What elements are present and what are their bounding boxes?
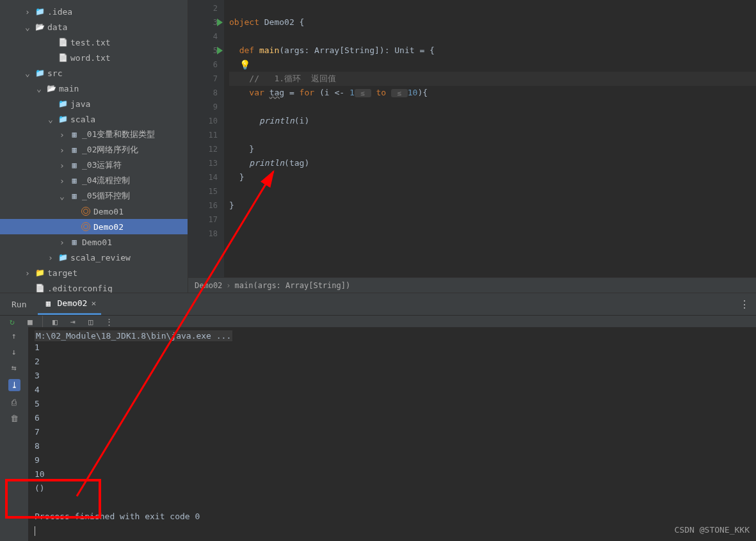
rerun-icon[interactable]: ↻ <box>6 317 18 327</box>
line-number[interactable]: 15 <box>188 184 224 198</box>
scroll-to-end-icon[interactable]: ⤓ <box>8 379 20 391</box>
line-number[interactable]: 10 <box>188 114 224 128</box>
tree-node[interactable]: ›▦Demo01 <box>0 234 188 250</box>
console-output[interactable]: M:\02_Module\18_JDK1.8\bin\java.exe ... … <box>28 327 756 541</box>
chevron-icon[interactable]: › <box>58 145 67 155</box>
breadcrumb[interactable]: Demo02 › main(args: Array[String]) <box>188 277 756 293</box>
code-line: } <box>229 170 756 184</box>
output-line: 6 <box>35 411 750 425</box>
tree-node-label: .idea <box>47 7 72 17</box>
tree-node[interactable]: ›target <box>0 265 188 280</box>
line-number[interactable]: 13 <box>188 156 224 170</box>
code-line <box>229 128 756 142</box>
line-number[interactable]: 3 <box>188 15 224 29</box>
chevron-icon[interactable]: ⌄ <box>35 84 44 93</box>
capture-icon[interactable]: ◧ <box>49 317 61 327</box>
code-line <box>229 1 756 15</box>
trash-icon[interactable]: 🗑 <box>10 414 19 423</box>
line-number[interactable]: 9 <box>188 100 224 114</box>
chevron-icon[interactable]: › <box>58 238 67 247</box>
tree-node[interactable]: Demo01 <box>0 204 188 219</box>
down-icon[interactable]: ↓ <box>12 347 17 357</box>
line-number[interactable]: 7 <box>188 72 224 86</box>
project-tree[interactable]: ›.idea⌄datatest.txtword.txt⌄src⌄mainjava… <box>0 0 188 293</box>
more-icon[interactable]: ⋮ <box>739 298 750 311</box>
line-number[interactable]: 14 <box>188 170 224 184</box>
tree-node[interactable]: ›scala_review <box>0 250 188 265</box>
line-gutter: 23456789101112131415161718 <box>188 0 224 277</box>
tree-node[interactable]: ⌄src <box>0 65 188 81</box>
tree-node[interactable]: ⌄scala <box>0 111 188 127</box>
more-icon[interactable]: ⋮ <box>103 317 115 327</box>
code-content[interactable]: object Demo02 { def main(args: Array[Str… <box>224 0 756 277</box>
breadcrumb-item[interactable]: main(args: Array[String]) <box>235 281 351 290</box>
output-line: 9 <box>35 453 750 467</box>
tree-node[interactable]: Demo02 <box>0 219 188 234</box>
line-number[interactable]: 11 <box>188 128 224 142</box>
wrap-icon[interactable]: ⇆ <box>12 363 17 373</box>
tree-node[interactable]: java <box>0 96 188 111</box>
run-gutter-icon[interactable] <box>217 19 223 26</box>
export-icon[interactable]: ⇥ <box>67 317 79 327</box>
scala-object-icon <box>81 206 91 216</box>
package-icon: ▦ <box>69 129 79 140</box>
chevron-icon[interactable]: › <box>58 176 67 186</box>
tree-node[interactable]: ⌄▦_05循环控制 <box>0 188 188 204</box>
folder-open-icon <box>35 22 45 32</box>
chevron-icon[interactable]: › <box>23 7 32 17</box>
output-line: 4 <box>35 383 750 397</box>
line-number[interactable]: 18 <box>188 227 224 241</box>
tree-node-label: main <box>59 84 79 93</box>
tree-node-label: java <box>70 99 90 109</box>
tree-node-label: .editorconfig <box>47 284 113 293</box>
stop-icon[interactable]: ■ <box>24 317 36 327</box>
line-number[interactable]: 4 <box>188 29 224 44</box>
tree-node-label: _02网络序列化 <box>82 144 138 156</box>
line-number[interactable]: 12 <box>188 142 224 156</box>
code-line <box>229 29 756 44</box>
code-line <box>229 227 756 241</box>
run-gutter-icon[interactable] <box>217 47 223 54</box>
chevron-icon[interactable]: › <box>58 161 67 170</box>
line-number[interactable]: 2 <box>188 1 224 15</box>
tree-node[interactable]: ›▦_03运算符 <box>0 157 188 173</box>
chevron-icon[interactable]: › <box>58 130 67 140</box>
tree-node-label: Demo02 <box>93 222 124 232</box>
folder-icon <box>35 6 45 17</box>
line-number[interactable]: 16 <box>188 198 224 213</box>
command-line: M:\02_Module\18_JDK1.8\bin\java.exe ... <box>35 330 232 341</box>
line-number[interactable]: 8 <box>188 86 224 100</box>
code-editor: 23456789101112131415161718 object Demo02… <box>188 0 756 293</box>
tree-node-label: test.txt <box>70 38 111 47</box>
code-line <box>229 184 756 198</box>
tree-node[interactable]: ›.idea <box>0 4 188 19</box>
chevron-icon[interactable]: ⌄ <box>23 22 32 32</box>
chevron-icon[interactable]: ⌄ <box>23 69 32 78</box>
chevron-icon[interactable]: › <box>46 253 55 262</box>
up-icon[interactable]: ↑ <box>12 331 17 341</box>
layout-icon[interactable]: ◫ <box>85 317 97 327</box>
chevron-icon[interactable]: ⌄ <box>58 191 67 201</box>
intention-bulb-icon[interactable]: 💡 <box>239 60 250 70</box>
breadcrumb-item[interactable]: Demo02 <box>195 281 222 290</box>
run-tab[interactable]: ▦ Demo02 × <box>38 293 101 315</box>
tree-node[interactable]: ⌄data <box>0 19 188 35</box>
tree-node-label: target <box>47 268 77 278</box>
tree-node[interactable]: ›▦_01变量和数据类型 <box>0 127 188 142</box>
package-icon: ▦ <box>69 160 79 170</box>
tree-node-label: data <box>47 22 67 32</box>
line-number[interactable]: 5 <box>188 44 224 58</box>
line-number[interactable]: 17 <box>188 213 224 227</box>
chevron-icon[interactable]: ⌄ <box>46 115 55 124</box>
output-line: 1 <box>35 341 750 355</box>
tree-node[interactable]: ⌄main <box>0 81 188 96</box>
tree-node[interactable]: test.txt <box>0 35 188 50</box>
tree-node[interactable]: .editorconfig <box>0 280 188 293</box>
tree-node[interactable]: ›▦_02网络序列化 <box>0 142 188 157</box>
tree-node[interactable]: ›▦_04流程控制 <box>0 173 188 188</box>
print-icon[interactable]: ⎙ <box>12 398 17 407</box>
close-icon[interactable]: × <box>91 298 96 308</box>
line-number[interactable]: 6 <box>188 58 224 72</box>
chevron-icon[interactable]: › <box>23 268 32 278</box>
tree-node[interactable]: word.txt <box>0 50 188 65</box>
